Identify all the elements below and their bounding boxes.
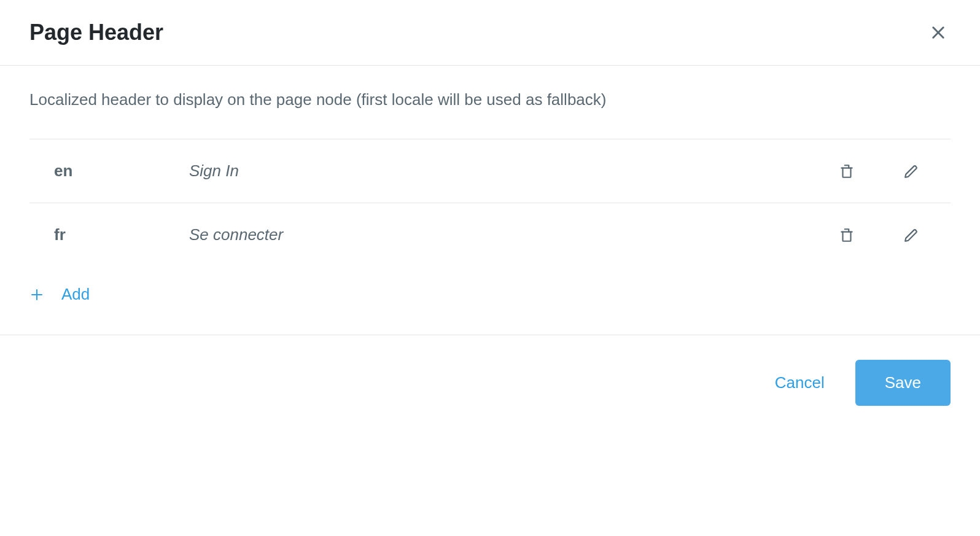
save-button[interactable]: Save xyxy=(855,360,951,406)
delete-button[interactable] xyxy=(839,163,855,179)
close-button[interactable] xyxy=(926,20,951,45)
modal-title: Page Header xyxy=(29,20,163,45)
edit-button[interactable] xyxy=(904,227,920,243)
add-label: Add xyxy=(61,285,90,304)
trash-icon xyxy=(839,227,855,243)
locale-actions xyxy=(839,163,951,179)
locale-code: fr xyxy=(29,225,189,244)
modal-header: Page Header xyxy=(0,0,980,66)
delete-button[interactable] xyxy=(839,227,855,243)
trash-icon xyxy=(839,163,855,179)
locale-row: en Sign In xyxy=(29,139,951,203)
locale-actions xyxy=(839,227,951,243)
description-text: Localized header to display on the page … xyxy=(29,90,951,109)
modal-footer: Cancel Save xyxy=(0,335,980,430)
edit-button[interactable] xyxy=(904,163,920,179)
locale-code: en xyxy=(29,161,189,181)
modal-body: Localized header to display on the page … xyxy=(0,66,980,335)
locale-value: Sign In xyxy=(189,161,839,181)
pencil-icon xyxy=(904,163,920,179)
close-icon xyxy=(930,24,947,41)
plus-icon xyxy=(29,287,44,302)
cancel-button[interactable]: Cancel xyxy=(769,361,831,405)
add-button[interactable]: Add xyxy=(29,266,951,335)
locale-row: fr Se connecter xyxy=(29,203,951,266)
pencil-icon xyxy=(904,227,920,243)
locale-value: Se connecter xyxy=(189,225,839,244)
page-header-modal: Page Header Localized header to display … xyxy=(0,0,980,430)
